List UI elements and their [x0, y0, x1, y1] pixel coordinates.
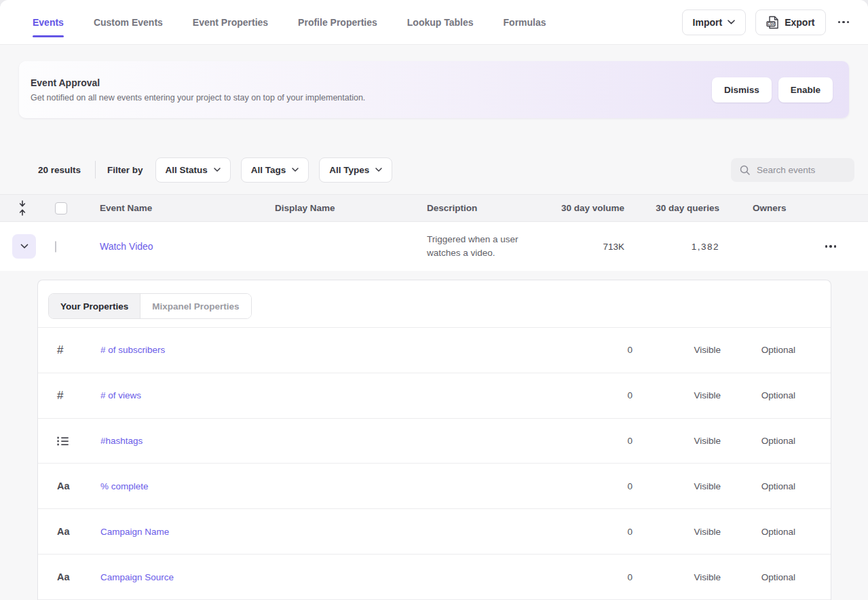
tags-filter-dropdown[interactable]: All Tags	[241, 157, 309, 183]
number-type-icon: #	[57, 343, 100, 357]
property-row: Aa Campaign Name 0 Visible Optional	[38, 509, 831, 555]
search-icon	[739, 164, 751, 176]
property-requirement: Optional	[721, 481, 795, 491]
chevron-down-icon	[292, 168, 299, 172]
row-checkbox[interactable]	[55, 241, 56, 252]
property-row: Aa % complete 0 Visible Optional	[38, 464, 831, 509]
import-button-label: Import	[693, 17, 723, 28]
column-header-volume: 30 day volume	[557, 203, 624, 213]
search-input[interactable]	[757, 165, 846, 175]
chevron-down-icon	[728, 20, 735, 24]
filter-by-label: Filter by	[107, 165, 143, 175]
property-value: 0	[551, 572, 633, 582]
number-type-icon: #	[57, 389, 100, 402]
banner-actions: Dismiss Enable	[712, 77, 833, 102]
property-name-link[interactable]: # of views	[100, 390, 141, 400]
event-row-watch-video: Watch Video Triggered when a user watche…	[0, 222, 868, 271]
event-description: Triggered when a user watches a video.	[427, 233, 557, 260]
filter-toolbar: 20 results Filter by All Status All Tags…	[38, 157, 854, 183]
banner-title: Event Approval	[31, 77, 712, 88]
divider	[95, 161, 96, 179]
property-requirement: Optional	[721, 572, 795, 582]
property-name-link[interactable]: #hashtags	[100, 436, 143, 446]
export-button[interactable]: CSV Export	[755, 10, 825, 35]
tags-filter-value: All Tags	[251, 165, 286, 175]
lexicon-page: Events Custom Events Event Properties Pr…	[0, 0, 868, 600]
results-count: 20 results	[38, 165, 81, 175]
banner-description: Get notified on all new events entering …	[31, 93, 712, 102]
property-requirement: Optional	[721, 527, 795, 537]
property-row: Aa Campaign Source 0 Visible Optional	[38, 555, 831, 600]
property-visibility: Visible	[633, 436, 721, 446]
more-options-icon[interactable]	[835, 18, 852, 26]
search-events-box[interactable]	[731, 158, 854, 182]
property-visibility: Visible	[633, 572, 721, 582]
property-value: 0	[551, 481, 633, 491]
property-name-link[interactable]: % complete	[100, 481, 149, 491]
tab-custom-events[interactable]: Custom Events	[94, 0, 163, 45]
top-navigation-bar: Events Custom Events Event Properties Pr…	[0, 0, 868, 45]
tab-event-properties[interactable]: Event Properties	[193, 0, 268, 45]
dismiss-button[interactable]: Dismiss	[712, 77, 772, 102]
row-more-options-icon[interactable]	[823, 242, 839, 250]
list-type-icon	[57, 436, 100, 446]
property-visibility: Visible	[633, 481, 721, 491]
tab-profile-properties[interactable]: Profile Properties	[298, 0, 377, 45]
property-value: 0	[551, 527, 633, 537]
property-visibility: Visible	[633, 527, 721, 537]
tab-formulas[interactable]: Formulas	[504, 0, 546, 45]
property-requirement: Optional	[721, 345, 795, 355]
nav-tabs: Events Custom Events Event Properties Pr…	[33, 0, 682, 45]
properties-tabs-area: Your Properties Mixpanel Properties	[38, 280, 831, 328]
property-visibility: Visible	[633, 345, 721, 355]
property-row: # # of views 0 Visible Optional	[38, 373, 831, 419]
export-button-label: Export	[785, 17, 814, 28]
collapse-row-button[interactable]	[12, 234, 36, 259]
svg-text:CSV: CSV	[768, 22, 775, 26]
property-name-link[interactable]: Campaign Source	[100, 572, 174, 582]
chevron-down-icon	[375, 168, 382, 172]
event-volume: 713K	[557, 242, 624, 252]
events-table-header: Event Name Display Name Description 30 d…	[0, 194, 868, 222]
property-requirement: Optional	[721, 436, 795, 446]
types-filter-dropdown[interactable]: All Types	[319, 157, 392, 183]
tab-your-properties[interactable]: Your Properties	[49, 294, 140, 318]
property-value: 0	[551, 436, 633, 446]
properties-segmented-control: Your Properties Mixpanel Properties	[48, 293, 252, 319]
text-type-icon: Aa	[57, 526, 100, 537]
event-queries: 1,382	[624, 242, 719, 252]
column-header-queries: 30 day queries	[624, 203, 719, 213]
tab-lookup-tables[interactable]: Lookup Tables	[407, 0, 474, 45]
import-button[interactable]: Import	[682, 10, 747, 35]
banner-text: Event Approval Get notified on all new e…	[31, 77, 712, 102]
csv-file-icon: CSV	[766, 16, 779, 29]
tab-events[interactable]: Events	[33, 0, 64, 45]
column-header-display-name: Display Name	[275, 203, 427, 213]
property-value: 0	[551, 345, 633, 355]
select-all-checkbox[interactable]	[55, 202, 67, 214]
event-approval-banner: Event Approval Get notified on all new e…	[19, 61, 849, 118]
types-filter-value: All Types	[329, 165, 369, 175]
property-name-link[interactable]: # of subscribers	[100, 345, 165, 355]
text-type-icon: Aa	[57, 481, 100, 491]
enable-button[interactable]: Enable	[778, 77, 833, 102]
property-row: # # of subscribers 0 Visible Optional	[38, 328, 831, 373]
property-visibility: Visible	[633, 390, 721, 400]
collapse-all-icon[interactable]	[0, 200, 45, 216]
property-name-link[interactable]: Campaign Name	[100, 527, 169, 537]
status-filter-dropdown[interactable]: All Status	[155, 157, 231, 183]
topbar-actions: Import CSV Export	[682, 10, 852, 35]
property-row: #hashtags 0 Visible Optional	[38, 419, 831, 464]
status-filter-value: All Status	[166, 165, 208, 175]
event-properties-panel: Your Properties Mixpanel Properties # # …	[37, 280, 831, 600]
column-header-description: Description	[427, 203, 557, 213]
property-requirement: Optional	[721, 390, 795, 400]
text-type-icon: Aa	[57, 571, 100, 582]
chevron-down-icon	[214, 168, 221, 172]
column-header-owners: Owners	[719, 203, 801, 213]
column-header-event-name: Event Name	[100, 203, 275, 213]
tab-mixpanel-properties[interactable]: Mixpanel Properties	[140, 294, 250, 318]
property-value: 0	[551, 390, 633, 400]
event-name-link[interactable]: Watch Video	[100, 241, 153, 252]
